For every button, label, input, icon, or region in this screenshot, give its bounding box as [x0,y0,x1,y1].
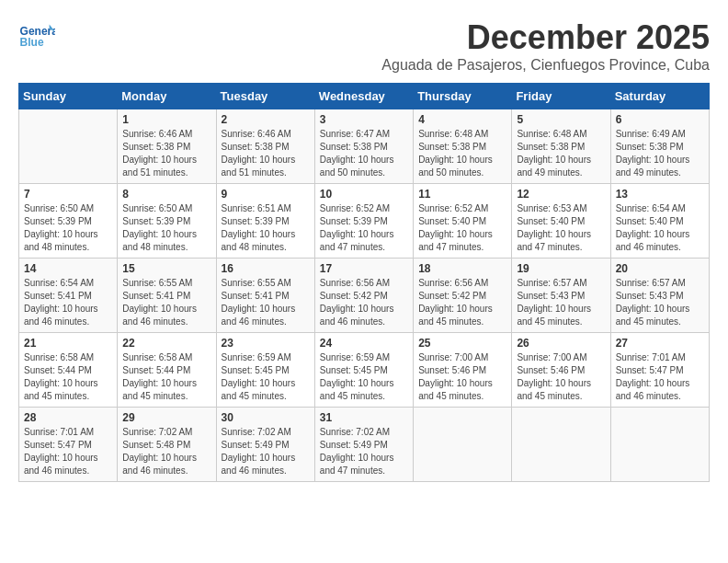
svg-text:Blue: Blue [20,36,44,49]
day-number: 20 [616,262,704,275]
page-header: General Blue December 2025 Aguada de Pas… [18,18,710,74]
calendar-header-row: SundayMondayTuesdayWednesdayThursdayFrid… [19,84,710,109]
day-info: Sunrise: 6:51 AMSunset: 5:39 PMDaylight:… [222,202,310,254]
day-info: Sunrise: 6:48 AMSunset: 5:38 PMDaylight:… [517,128,605,179]
calendar-cell: 17Sunrise: 6:56 AMSunset: 5:42 PMDayligh… [314,259,413,333]
calendar-cell [610,408,709,482]
calendar-cell: 2Sunrise: 6:46 AMSunset: 5:38 PMDaylight… [216,109,314,184]
day-number: 16 [222,262,310,275]
location-title: Aguada de Pasajeros, Cienfuegos Province… [381,57,710,74]
calendar-week-3: 14Sunrise: 6:54 AMSunset: 5:41 PMDayligh… [19,259,710,333]
calendar-cell: 14Sunrise: 6:54 AMSunset: 5:41 PMDayligh… [19,259,118,333]
day-number: 8 [122,188,210,201]
day-info: Sunrise: 6:49 AMSunset: 5:38 PMDaylight:… [616,128,704,179]
calendar-cell: 13Sunrise: 6:54 AMSunset: 5:40 PMDayligh… [610,184,709,259]
day-info: Sunrise: 6:48 AMSunset: 5:38 PMDaylight:… [418,128,506,179]
day-number: 27 [616,337,704,350]
header-tuesday: Tuesday [216,84,314,109]
day-info: Sunrise: 7:01 AMSunset: 5:47 PMDaylight:… [616,351,704,403]
calendar-cell: 29Sunrise: 7:02 AMSunset: 5:48 PMDayligh… [118,408,216,482]
day-info: Sunrise: 6:50 AMSunset: 5:39 PMDaylight:… [122,202,210,254]
day-info: Sunrise: 7:00 AMSunset: 5:46 PMDaylight:… [418,351,506,403]
day-info: Sunrise: 6:57 AMSunset: 5:43 PMDaylight:… [616,277,704,328]
calendar-cell: 10Sunrise: 6:52 AMSunset: 5:39 PMDayligh… [314,184,413,259]
header-saturday: Saturday [610,84,709,109]
day-number: 6 [616,113,704,126]
calendar-cell [19,109,118,184]
calendar-cell: 18Sunrise: 6:56 AMSunset: 5:42 PMDayligh… [414,259,512,333]
calendar-week-2: 7Sunrise: 6:50 AMSunset: 5:39 PMDaylight… [19,184,710,259]
day-number: 21 [24,337,112,350]
calendar-cell: 21Sunrise: 6:58 AMSunset: 5:44 PMDayligh… [19,333,118,408]
day-info: Sunrise: 6:54 AMSunset: 5:41 PMDaylight:… [24,277,112,328]
calendar-cell: 20Sunrise: 6:57 AMSunset: 5:43 PMDayligh… [610,259,709,333]
day-info: Sunrise: 6:46 AMSunset: 5:38 PMDaylight:… [222,128,310,179]
calendar-cell [414,408,512,482]
calendar-cell: 7Sunrise: 6:50 AMSunset: 5:39 PMDaylight… [19,184,118,259]
calendar-cell: 25Sunrise: 7:00 AMSunset: 5:46 PMDayligh… [414,333,512,408]
day-info: Sunrise: 6:58 AMSunset: 5:44 PMDaylight:… [122,351,210,403]
day-info: Sunrise: 6:47 AMSunset: 5:38 PMDaylight:… [320,128,408,179]
day-number: 30 [222,411,310,424]
day-info: Sunrise: 7:02 AMSunset: 5:48 PMDaylight:… [122,426,210,477]
day-number: 11 [418,188,506,201]
calendar-cell: 15Sunrise: 6:55 AMSunset: 5:41 PMDayligh… [118,259,216,333]
day-number: 12 [517,188,605,201]
day-info: Sunrise: 6:59 AMSunset: 5:45 PMDaylight:… [222,351,310,403]
calendar-cell: 22Sunrise: 6:58 AMSunset: 5:44 PMDayligh… [118,333,216,408]
day-number: 28 [24,411,112,424]
day-info: Sunrise: 6:56 AMSunset: 5:42 PMDaylight:… [418,277,506,328]
calendar-cell: 23Sunrise: 6:59 AMSunset: 5:45 PMDayligh… [216,333,314,408]
day-info: Sunrise: 7:00 AMSunset: 5:46 PMDaylight:… [517,351,605,403]
header-friday: Friday [512,84,610,109]
day-number: 31 [320,411,408,424]
day-number: 10 [320,188,408,201]
calendar-cell: 4Sunrise: 6:48 AMSunset: 5:38 PMDaylight… [414,109,512,184]
day-number: 14 [24,262,112,275]
day-info: Sunrise: 6:50 AMSunset: 5:39 PMDaylight:… [24,202,112,254]
day-info: Sunrise: 6:53 AMSunset: 5:40 PMDaylight:… [517,202,605,254]
day-number: 17 [320,262,408,275]
month-title: December 2025 [381,18,710,57]
day-number: 3 [320,113,408,126]
day-number: 2 [222,113,310,126]
day-info: Sunrise: 6:52 AMSunset: 5:39 PMDaylight:… [320,202,408,254]
day-number: 26 [517,337,605,350]
day-info: Sunrise: 6:52 AMSunset: 5:40 PMDaylight:… [418,202,506,254]
calendar-cell: 3Sunrise: 6:47 AMSunset: 5:38 PMDaylight… [314,109,413,184]
day-number: 15 [122,262,210,275]
calendar-cell: 30Sunrise: 7:02 AMSunset: 5:49 PMDayligh… [216,408,314,482]
day-number: 5 [517,113,605,126]
calendar-cell: 31Sunrise: 7:02 AMSunset: 5:49 PMDayligh… [314,408,413,482]
day-number: 9 [222,188,310,201]
header-wednesday: Wednesday [314,84,413,109]
day-number: 19 [517,262,605,275]
day-number: 24 [320,337,408,350]
day-info: Sunrise: 6:56 AMSunset: 5:42 PMDaylight:… [320,277,408,328]
header-sunday: Sunday [19,84,118,109]
day-info: Sunrise: 7:02 AMSunset: 5:49 PMDaylight:… [320,426,408,477]
day-number: 13 [616,188,704,201]
logo: General Blue [18,18,60,55]
calendar-cell: 5Sunrise: 6:48 AMSunset: 5:38 PMDaylight… [512,109,610,184]
calendar-week-5: 28Sunrise: 7:01 AMSunset: 5:47 PMDayligh… [19,408,710,482]
day-info: Sunrise: 6:59 AMSunset: 5:45 PMDaylight:… [320,351,408,403]
day-number: 1 [122,113,210,126]
calendar-week-4: 21Sunrise: 6:58 AMSunset: 5:44 PMDayligh… [19,333,710,408]
calendar-table: SundayMondayTuesdayWednesdayThursdayFrid… [18,83,710,482]
calendar-cell: 27Sunrise: 7:01 AMSunset: 5:47 PMDayligh… [610,333,709,408]
calendar-week-1: 1Sunrise: 6:46 AMSunset: 5:38 PMDaylight… [19,109,710,184]
calendar-cell: 28Sunrise: 7:01 AMSunset: 5:47 PMDayligh… [19,408,118,482]
day-number: 29 [122,411,210,424]
day-number: 22 [122,337,210,350]
calendar-cell: 16Sunrise: 6:55 AMSunset: 5:41 PMDayligh… [216,259,314,333]
calendar-cell: 8Sunrise: 6:50 AMSunset: 5:39 PMDaylight… [118,184,216,259]
day-number: 25 [418,337,506,350]
day-number: 18 [418,262,506,275]
day-info: Sunrise: 6:57 AMSunset: 5:43 PMDaylight:… [517,277,605,328]
day-number: 7 [24,188,112,201]
general-blue-logo-icon: General Blue [18,18,55,55]
day-info: Sunrise: 6:58 AMSunset: 5:44 PMDaylight:… [24,351,112,403]
day-info: Sunrise: 6:55 AMSunset: 5:41 PMDaylight:… [222,277,310,328]
day-number: 4 [418,113,506,126]
